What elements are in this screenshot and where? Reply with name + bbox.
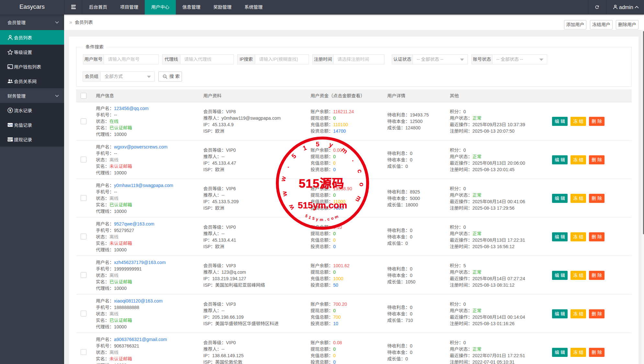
svg-text:PayPal: PayPal: [7, 124, 13, 126]
svg-text:¥: ¥: [9, 108, 11, 112]
svg-text:515源码: 515源码: [299, 177, 345, 190]
svg-text:515ym.com: 515ym.com: [304, 214, 341, 222]
svg-text:515ym.com: 515ym.com: [298, 200, 347, 210]
